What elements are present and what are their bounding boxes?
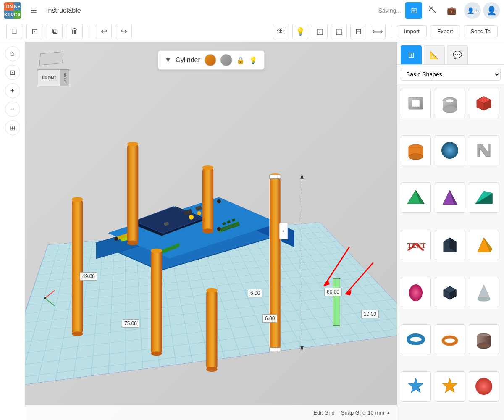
fit-view-button[interactable]: ⊡ — [5, 65, 20, 80]
orthographic-button[interactable]: ⊞ — [5, 120, 20, 135]
svg-point-102 — [475, 378, 492, 395]
tinkercad-logo: TIN KER KER CAD — [4, 2, 21, 19]
shape-box-hole[interactable] — [401, 88, 431, 118]
duplicate-button[interactable]: ⧉ — [47, 24, 63, 39]
shape-text-n[interactable] — [469, 135, 499, 165]
saving-status: Saving... — [378, 7, 401, 14]
viewport[interactable]: FRONT RIGHT — [25, 42, 397, 420]
shape-cone[interactable] — [469, 277, 499, 307]
tab-shapes[interactable]: ⊞ — [401, 45, 422, 64]
svg-point-10 — [197, 211, 201, 215]
svg-rect-27 — [127, 144, 138, 243]
snap-grid-control[interactable]: Snap Grid 10 mm ▲ — [341, 410, 391, 416]
zoom-out-button[interactable]: − — [5, 102, 20, 117]
svg-point-44 — [151, 351, 162, 356]
object-dropdown-button[interactable]: ▼ — [165, 56, 171, 64]
color-orange-swatch[interactable] — [205, 54, 216, 66]
shape-sphere[interactable] — [435, 135, 465, 165]
dim-label-75: 75.00 — [122, 319, 139, 328]
svg-point-94 — [408, 335, 423, 344]
zoom-in-button[interactable]: + — [5, 83, 20, 98]
projects-button[interactable]: 💼 — [443, 2, 460, 19]
svg-rect-33 — [270, 176, 281, 349]
svg-point-17 — [217, 200, 221, 203]
selected-object-bar: ▼ Cylinder 🔒 💡 — [158, 50, 265, 70]
svg-rect-24 — [72, 200, 83, 334]
shape-torus-blue[interactable] — [401, 324, 431, 354]
profile-button[interactable]: 👤 — [483, 2, 500, 19]
svg-point-99 — [477, 343, 491, 349]
pcb-assembly — [96, 197, 294, 270]
edit-grid-link[interactable]: Edit Grid — [313, 410, 335, 416]
shape-box[interactable] — [469, 88, 499, 118]
toolbar-right: 👁 💡 ◱ ◳ ⊟ ⟺ Import Export Send To — [273, 24, 498, 39]
redo-button[interactable]: ↪ — [116, 24, 132, 39]
shape-pyramid-yellow[interactable] — [469, 230, 499, 260]
svg-point-16 — [114, 237, 118, 241]
shape-pyramid-purple[interactable] — [435, 182, 465, 213]
send-to-button[interactable]: Send To — [464, 25, 498, 37]
svg-marker-101 — [442, 378, 457, 393]
ungroup-button[interactable]: ◳ — [331, 24, 347, 39]
dim-label-6b: 6.00 — [262, 314, 277, 323]
svg-rect-51 — [333, 278, 340, 326]
undo-button[interactable]: ↩ — [96, 24, 112, 39]
shape-star-yellow[interactable] — [435, 371, 465, 402]
snap-chevron[interactable]: ▲ — [386, 410, 391, 415]
tab-ruler[interactable]: 📐 — [424, 45, 445, 64]
svg-rect-42 — [151, 251, 162, 354]
home-view-button[interactable]: ⌂ — [5, 46, 20, 61]
svg-marker-50 — [300, 346, 304, 352]
snap-grid-text: Snap Grid — [341, 410, 366, 416]
shape-pyramid-green[interactable] — [401, 182, 431, 213]
copy-out-button[interactable]: ⊡ — [26, 24, 42, 39]
shape-cylinder-brown[interactable] — [469, 324, 499, 354]
shape-torus-orange[interactable] — [435, 324, 465, 354]
shapes-dropdown-bar: Basic Shapes Letters Numbers Math Connec… — [397, 65, 504, 84]
svg-point-9 — [189, 215, 194, 219]
add-user-button[interactable]: 👤+ — [464, 2, 481, 19]
dim-label-6a: 6.00 — [248, 289, 262, 297]
lock-icon[interactable]: 🔒 — [236, 56, 245, 64]
shapes-category-select[interactable]: Basic Shapes Letters Numbers Math Connec… — [401, 68, 501, 81]
shape-prism[interactable] — [435, 230, 465, 260]
svg-marker-73 — [478, 144, 490, 157]
shape-wedge[interactable] — [469, 182, 499, 213]
export-button[interactable]: Export — [430, 25, 460, 37]
svg-line-54 — [346, 262, 373, 294]
grid-view-button[interactable]: ⊞ — [405, 2, 422, 19]
import-button[interactable]: Import — [397, 25, 427, 37]
light-button[interactable]: 💡 — [292, 24, 308, 39]
post-selected[interactable] — [270, 173, 281, 352]
tinker-button[interactable]: ⛏ — [424, 2, 441, 19]
shape-sphere-red[interactable] — [469, 371, 499, 402]
svg-marker-49 — [300, 173, 304, 178]
menu-button[interactable]: ☰ — [25, 2, 42, 19]
main-area: ⌂ ⊡ + − ⊞ FRONT RIGHT — [0, 42, 504, 420]
color-grey-swatch[interactable] — [220, 54, 232, 66]
align-button[interactable]: ⊟ — [350, 24, 366, 39]
scene-svg — [25, 42, 397, 420]
view-button[interactable]: 👁 — [273, 24, 289, 39]
post-right-rear — [206, 288, 217, 372]
shape-cube-dark[interactable] — [435, 277, 465, 307]
shape-egg[interactable] — [401, 277, 431, 307]
group-button[interactable]: ◱ — [312, 24, 328, 39]
shape-tent-text[interactable]: TENT — [401, 230, 431, 260]
new-shape-button[interactable]: □ — [6, 24, 22, 39]
svg-rect-41 — [273, 348, 277, 352]
tab-comment[interactable]: 💬 — [447, 45, 468, 64]
svg-point-43 — [151, 248, 162, 253]
panel-collapse-button[interactable]: › — [279, 223, 288, 239]
mirror-button[interactable]: ⟺ — [370, 24, 386, 39]
visibility-icon[interactable]: 💡 — [249, 56, 257, 64]
left-panel: ⌂ ⊡ + − ⊞ — [0, 42, 25, 420]
shape-star-blue[interactable] — [401, 371, 431, 402]
shape-cylinder[interactable] — [401, 135, 431, 165]
svg-point-32 — [202, 228, 213, 233]
svg-point-18 — [217, 227, 221, 231]
svg-marker-53 — [324, 279, 330, 286]
shape-cylinder-hole[interactable] — [435, 88, 465, 118]
delete-button[interactable]: 🗑 — [67, 24, 83, 39]
toolbar: □ ⊡ ⧉ 🗑 ↩ ↪ 👁 💡 ◱ ◳ ⊟ ⟺ Import Export Se… — [0, 21, 504, 42]
